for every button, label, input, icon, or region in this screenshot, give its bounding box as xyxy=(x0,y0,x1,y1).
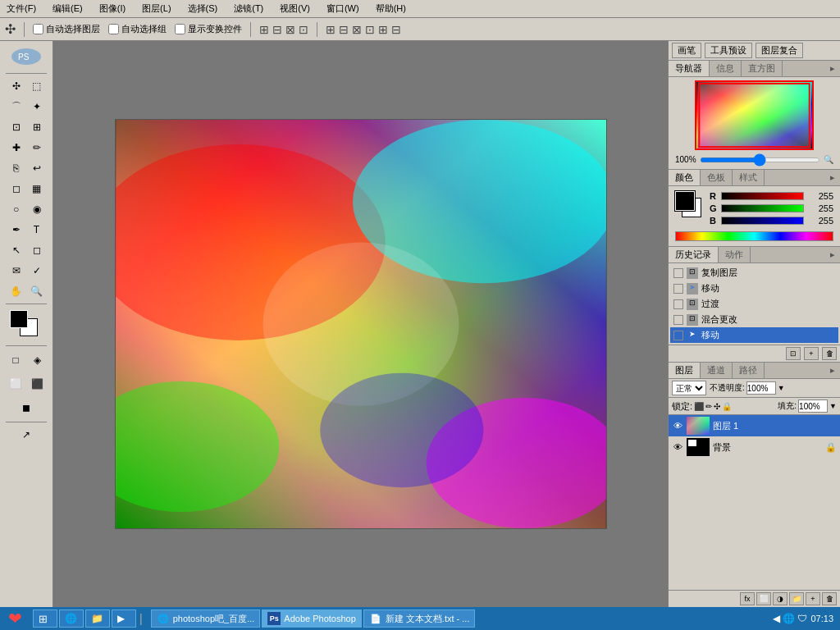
taskbar-media-btn[interactable]: ▶ xyxy=(112,609,136,628)
history-item-2[interactable]: ⊡ 过渡 xyxy=(670,296,838,312)
dist-icon-4[interactable]: ⊡ xyxy=(365,23,375,36)
layer-row-1[interactable]: 👁 背景 🔒 xyxy=(669,436,840,458)
layer-fx-btn[interactable]: fx xyxy=(740,592,755,605)
layer-mask-btn[interactable]: ⬜ xyxy=(756,592,771,605)
tray-network-icon[interactable]: 🌐 xyxy=(783,613,795,624)
menu-window[interactable]: 窗口(W) xyxy=(323,1,363,16)
menu-edit[interactable]: 编辑(E) xyxy=(49,1,86,16)
history-brush-tool[interactable]: ↩ xyxy=(27,158,47,178)
full-screen-btn[interactable]: ⬛ xyxy=(27,374,47,394)
auto-select-group-checkbox[interactable] xyxy=(108,24,119,34)
lasso-tool[interactable]: ⌒ xyxy=(7,97,26,116)
start-button[interactable]: ❤ xyxy=(0,607,30,630)
dodge-tool[interactable]: ○ xyxy=(7,199,26,219)
dist-icon-3[interactable]: ⊠ xyxy=(352,23,362,36)
eyedropper-tool[interactable]: ✓ xyxy=(27,261,47,281)
show-transform-label[interactable]: 显示变换控件 xyxy=(175,23,242,35)
layer-new-btn[interactable]: + xyxy=(806,592,820,605)
history-menu-icon[interactable]: ▸ xyxy=(825,249,840,260)
taskbar-item-photoshop[interactable]: Ps Adobe Photoshop xyxy=(262,609,361,628)
taskbar-item-browser[interactable]: 🌐 photoshop吧_百度... xyxy=(151,609,261,628)
blur-tool[interactable]: ◉ xyxy=(27,199,47,219)
fg-bg-swatches[interactable] xyxy=(675,191,705,216)
tab-channels[interactable]: 通道 xyxy=(701,363,733,378)
menu-select[interactable]: 选择(S) xyxy=(185,1,221,16)
layer-delete-btn[interactable]: 🗑 xyxy=(822,592,837,605)
layer-row-0[interactable]: 👁 xyxy=(669,415,840,436)
lock-move-icon[interactable]: ✣ xyxy=(714,402,720,411)
tab-histogram[interactable]: 直方图 xyxy=(742,61,783,76)
tab-color[interactable]: 颜色 xyxy=(669,170,701,185)
tab-actions[interactable]: 动作 xyxy=(719,247,751,262)
menu-file[interactable]: 文件(F) xyxy=(3,1,39,16)
taskbar-item-text[interactable]: 📄 新建 文本文档.txt - ... xyxy=(363,609,476,628)
history-item-0[interactable]: ⊡ 复制图层 xyxy=(670,265,838,281)
dist-icon-5[interactable]: ⊞ xyxy=(378,23,388,36)
layer-comps-btn[interactable]: 图层复合 xyxy=(756,43,803,58)
menu-help[interactable]: 帮助(H) xyxy=(372,1,409,16)
menu-filter[interactable]: 滤镜(T) xyxy=(231,1,267,16)
slice-tool[interactable]: ⊞ xyxy=(27,117,47,137)
fill-arrow[interactable]: ▼ xyxy=(829,402,837,410)
eraser-tool[interactable]: ◻ xyxy=(7,179,26,199)
auto-select-layer-label[interactable]: 自动选择图层 xyxy=(33,23,100,35)
dist-icon-2[interactable]: ⊟ xyxy=(339,23,349,36)
pen-tool[interactable]: ✒ xyxy=(7,220,26,240)
nav-zoom-slider[interactable] xyxy=(700,158,820,162)
auto-select-group-label[interactable]: 自动选择组 xyxy=(108,23,167,35)
tool-presets-btn[interactable]: 工具预设 xyxy=(705,43,752,58)
taskbar-folder-btn[interactable]: 📁 xyxy=(85,609,110,628)
brushes-btn[interactable]: 画笔 xyxy=(672,43,701,58)
dist-icon-1[interactable]: ⊞ xyxy=(326,23,336,36)
lock-all-icon[interactable]: 🔒 xyxy=(722,402,732,411)
gradient-tool[interactable]: ▦ xyxy=(27,179,47,199)
layers-menu-icon[interactable]: ▸ xyxy=(825,365,840,376)
opacity-arrow[interactable]: ▼ xyxy=(778,384,785,392)
tab-history[interactable]: 历史记录 xyxy=(669,247,719,262)
lock-paint-icon[interactable]: ✏ xyxy=(705,402,712,411)
heal-tool[interactable]: ✚ xyxy=(7,138,26,158)
notes-tool[interactable]: ✉ xyxy=(7,261,26,281)
magic-wand-tool[interactable]: ✦ xyxy=(27,97,47,116)
history-item-3[interactable]: ⊡ 混合更改 xyxy=(670,312,838,327)
standard-screen-btn[interactable]: ⬜ xyxy=(6,374,25,394)
tray-security-icon[interactable]: 🛡 xyxy=(797,613,807,624)
canvas-area[interactable] xyxy=(53,41,668,607)
quick-mask-btn[interactable]: ◈ xyxy=(27,350,47,370)
marquee-tool[interactable]: ⬚ xyxy=(27,76,47,96)
layer-visibility-0[interactable]: 👁 xyxy=(672,420,683,431)
history-item-4[interactable]: ➤ 移动 xyxy=(670,327,838,343)
foreground-color[interactable] xyxy=(10,310,28,328)
auto-select-layer-checkbox[interactable] xyxy=(33,24,43,34)
stamp-tool[interactable]: ⎘ xyxy=(7,158,26,178)
tab-swatches[interactable]: 色板 xyxy=(701,170,733,185)
tab-navigator[interactable]: 导航器 xyxy=(669,61,710,76)
move-tool[interactable]: ✣ xyxy=(7,76,26,96)
opacity-input[interactable] xyxy=(746,381,776,395)
tab-layers[interactable]: 图层 xyxy=(669,363,701,378)
tab-paths[interactable]: 路径 xyxy=(733,363,765,378)
blend-mode-select[interactable]: 正常 xyxy=(672,381,706,395)
menu-image[interactable]: 图像(I) xyxy=(96,1,129,16)
color-menu-icon[interactable]: ▸ xyxy=(825,172,840,183)
history-delete-btn[interactable]: 🗑 xyxy=(822,347,837,360)
align-icon-4[interactable]: ⊡ xyxy=(299,23,308,36)
zoom-tool[interactable]: 🔍 xyxy=(27,281,47,301)
jump-to-btn[interactable]: ↗ xyxy=(16,425,36,445)
fg-color-swatch[interactable] xyxy=(675,191,695,211)
hand-tool[interactable]: ✋ xyxy=(7,281,26,301)
color-spectrum-bar[interactable] xyxy=(675,231,833,241)
standard-mode-btn[interactable]: □ xyxy=(6,350,25,370)
show-transform-checkbox[interactable] xyxy=(175,24,185,34)
history-new-btn[interactable]: + xyxy=(804,347,819,360)
navigator-menu-icon[interactable]: ▸ xyxy=(825,63,840,74)
align-icon-1[interactable]: ⊞ xyxy=(259,23,269,36)
lock-transparency-icon[interactable]: ⬛ xyxy=(694,402,704,411)
full-screen-menu-btn[interactable]: ◼ xyxy=(16,398,36,418)
taskbar-ie-btn[interactable]: 🌐 xyxy=(59,609,84,628)
shape-tool[interactable]: ◻ xyxy=(27,240,47,260)
layer-visibility-1[interactable]: 👁 xyxy=(672,441,683,453)
color-picker-wrapper[interactable] xyxy=(10,310,43,340)
tray-arrow-icon[interactable]: ◀ xyxy=(773,613,780,624)
fill-input[interactable] xyxy=(798,399,828,413)
